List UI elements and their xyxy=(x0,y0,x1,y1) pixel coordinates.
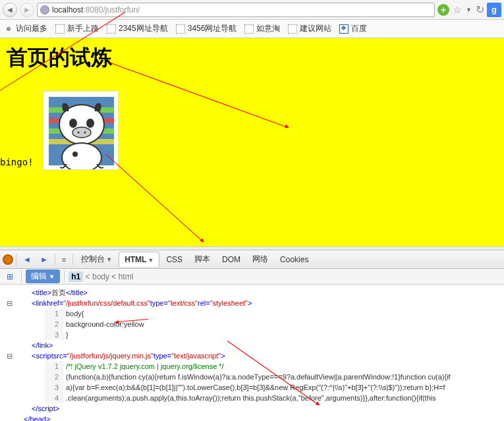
line-number: 2 xyxy=(45,372,63,382)
edit-button[interactable]: 编辑 ▼ xyxy=(26,269,60,283)
bookmark-label: 3456网址导航 xyxy=(188,23,237,34)
tab-css[interactable]: CSS xyxy=(161,252,188,267)
bookmark-item[interactable]: 建议网站 xyxy=(288,23,331,34)
src-code: } xyxy=(66,329,69,340)
globe-icon xyxy=(40,5,49,14)
src-code: body{ xyxy=(66,308,84,319)
baidu-icon xyxy=(339,24,349,34)
page-icon xyxy=(288,24,297,34)
refresh-icon[interactable]: ↻ xyxy=(476,3,484,16)
edit-label: 编辑 xyxy=(31,271,47,281)
tab-dom[interactable]: DOM xyxy=(217,252,246,267)
fold-icon[interactable]: ⊟ xyxy=(5,298,13,308)
page-content: 首页的试炼 bingo! xyxy=(0,38,504,246)
src-tag: </title> xyxy=(66,287,88,298)
bookmark-label: 如意淘 xyxy=(256,23,280,34)
page-icon xyxy=(244,24,254,34)
src-val: "/justforfun/css/default.css" xyxy=(63,298,150,308)
source-panel[interactable]: <title> 首页 </title> ⊟<link href="/justfo… xyxy=(0,285,504,421)
inspect-fwd-icon[interactable]: ► xyxy=(36,253,52,266)
line-number: 3 xyxy=(45,329,63,340)
src-val: "/justforfun/js/jquery.min.js" xyxy=(67,351,154,361)
bookmark-item[interactable]: 3456网址导航 xyxy=(176,23,237,34)
home-icon xyxy=(4,24,13,34)
bingo-text: bingo! xyxy=(0,157,34,170)
src-attr: type= xyxy=(150,298,168,308)
src-tag: > xyxy=(221,351,225,361)
bookmark-label: 百度 xyxy=(351,23,367,34)
src-code: (function(a,b){function cy(a){return f.i… xyxy=(66,372,451,382)
src-val: "text/javascript" xyxy=(171,351,221,361)
src-tag: <title> xyxy=(32,287,51,298)
expand-icon[interactable]: ⊞ xyxy=(3,271,17,283)
line-number: 3 xyxy=(45,382,63,393)
tab-label: HTML xyxy=(125,255,146,264)
svg-point-11 xyxy=(84,132,86,134)
line-number: 4 xyxy=(45,393,63,403)
url-input[interactable]: localhost:8080/justforfun/ xyxy=(37,3,435,17)
bookmark-label: 2345网址导航 xyxy=(119,23,168,34)
src-attr: src= xyxy=(53,351,67,361)
src-tag: </head> xyxy=(24,414,50,421)
svg-point-8 xyxy=(86,119,94,128)
back-button[interactable]: ◄ xyxy=(3,3,17,17)
page-icon xyxy=(55,24,65,34)
bookmark-most-visited[interactable]: 访问最多 xyxy=(4,23,47,34)
bookmark-label: 访问最多 xyxy=(16,23,47,34)
src-code: .clean(arguments);a.push.apply(a,this.to… xyxy=(66,393,436,403)
crumb-h1[interactable]: h1 xyxy=(69,271,83,282)
list-icon[interactable]: ≡ xyxy=(58,254,70,266)
src-tag: <link xyxy=(32,298,47,308)
src-attr: href= xyxy=(47,298,63,308)
bookmark-item-baidu[interactable]: 百度 xyxy=(339,23,367,34)
fold-icon[interactable]: ⊟ xyxy=(5,351,13,361)
src-code: a){var b=F.exec(a);b&&(b[1]=(b[1]||"").t… xyxy=(66,382,445,393)
tab-cookies[interactable]: Cookies xyxy=(275,252,314,267)
tab-label: 控制台 xyxy=(81,254,105,264)
svg-point-10 xyxy=(77,132,79,134)
page-icon xyxy=(176,24,185,34)
bookmark-label: 新手上路 xyxy=(67,23,99,34)
page-title: 首页的试炼 xyxy=(0,38,504,78)
src-tag: </link> xyxy=(32,340,53,351)
inspect-back-icon[interactable]: ◄ xyxy=(19,253,35,266)
src-attr: rel= xyxy=(198,298,210,308)
src-val: "stylesheet" xyxy=(210,298,248,308)
src-val: "text/css" xyxy=(168,298,198,308)
add-icon[interactable]: + xyxy=(437,4,449,16)
cow-image xyxy=(43,91,119,170)
url-text: localhost:8080/justforfun/ xyxy=(52,5,140,14)
tab-script[interactable]: 脚本 xyxy=(189,251,215,267)
src-attr: type= xyxy=(154,351,171,361)
line-number: 2 xyxy=(45,319,63,329)
svg-point-12 xyxy=(62,143,101,170)
bookmark-item[interactable]: 2345网址导航 xyxy=(107,23,168,34)
src-tag: </script> xyxy=(32,403,59,414)
src-code: /*! jQuery v1.7.2 jquery.com | jquery.or… xyxy=(66,361,224,372)
google-search-icon[interactable]: g xyxy=(487,3,501,17)
dropdown-icon[interactable]: ▼ xyxy=(466,7,472,13)
src-text: 首页 xyxy=(51,287,66,298)
line-number: 1 xyxy=(45,308,63,319)
tab-net[interactable]: 网络 xyxy=(247,251,273,267)
bookmark-star-icon[interactable]: ☆ xyxy=(453,5,462,15)
src-tag: <script xyxy=(32,351,53,361)
element-path[interactable]: h1 < body < html xyxy=(69,272,133,281)
page-icon xyxy=(107,24,116,34)
svg-point-9 xyxy=(72,127,91,138)
tab-html[interactable]: HTML▼ xyxy=(119,252,159,267)
crumb-body[interactable]: body xyxy=(92,272,109,281)
src-tag: > xyxy=(248,298,252,308)
bookmark-label: 建议网站 xyxy=(300,23,331,34)
bookmark-item[interactable]: 如意淘 xyxy=(244,23,280,34)
tab-console[interactable]: 控制台▼ xyxy=(76,251,117,267)
crumb-html[interactable]: html xyxy=(119,272,134,281)
svg-point-13 xyxy=(72,152,78,157)
forward-button[interactable]: ► xyxy=(20,3,34,17)
line-number: 1 xyxy=(45,361,63,372)
firebug-icon[interactable] xyxy=(3,254,13,265)
svg-point-7 xyxy=(69,119,77,128)
